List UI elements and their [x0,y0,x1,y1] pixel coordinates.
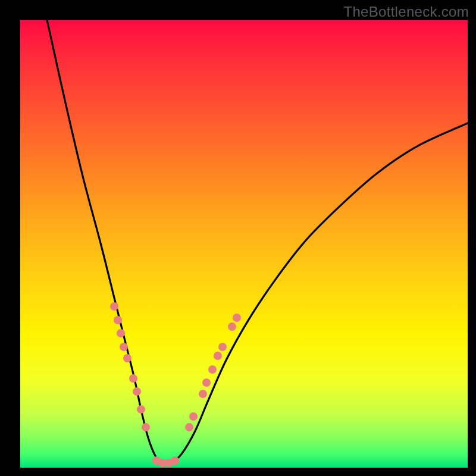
data-dot [202,378,211,387]
plot-area [20,20,468,468]
data-dot [214,352,222,360]
data-dot [208,365,217,374]
data-dot [171,456,179,465]
chart-container: TheBottleneck.com [0,0,476,476]
data-dot [199,390,207,398]
data-dot [233,314,241,322]
data-dot [189,412,198,421]
curve-holder [20,20,468,468]
data-dot [158,459,167,467]
data-dot [133,387,141,396]
bottleneck-curve [20,20,468,468]
data-dot [137,405,145,414]
data-dot [165,459,173,467]
data-dot [142,423,150,431]
data-dot [120,343,128,351]
data-dot [117,329,125,337]
data-dot [110,302,118,311]
data-dot [228,322,236,331]
data-dot [123,354,131,362]
data-dot [218,343,227,351]
watermark-text: TheBottleneck.com [343,4,469,20]
data-dot [185,423,193,431]
data-dot [129,374,137,383]
data-dot [114,316,122,324]
data-dot [152,456,161,465]
